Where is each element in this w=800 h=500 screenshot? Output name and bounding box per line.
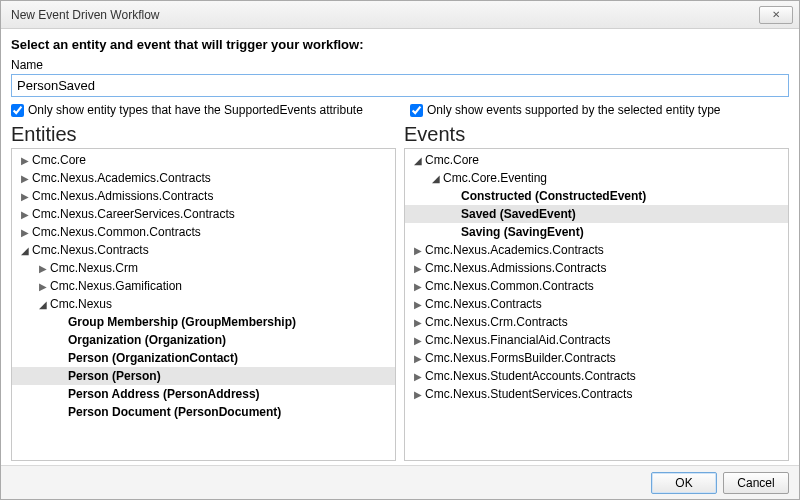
collapse-icon[interactable]: ◢ [429,173,443,184]
dialog-window: New Event Driven Workflow ✕ Select an en… [0,0,800,500]
collapse-icon[interactable]: ◢ [18,245,32,256]
ok-button[interactable]: OK [651,472,717,494]
event-filter-checkbox[interactable] [410,104,423,117]
event-tree-item[interactable]: Constructed (ConstructedEvent) [405,187,788,205]
entity-tree-item[interactable]: ▶Cmc.Nexus.Academics.Contracts [12,169,395,187]
event-tree-item[interactable]: Saving (SavingEvent) [405,223,788,241]
expand-icon[interactable]: ▶ [411,389,425,400]
collapse-icon[interactable]: ◢ [411,155,425,166]
entity-tree-label: Cmc.Nexus.Contracts [32,243,149,257]
entity-tree-item[interactable]: ▶Cmc.Core [12,151,395,169]
entity-tree-item[interactable]: Group Membership (GroupMembership) [12,313,395,331]
titlebar: New Event Driven Workflow ✕ [1,1,799,29]
entity-tree-label: Cmc.Nexus.Common.Contracts [32,225,201,239]
entity-tree-label: Group Membership (GroupMembership) [68,315,296,329]
entity-tree-label: Cmc.Core [32,153,86,167]
entity-tree-label: Person Address (PersonAddress) [68,387,260,401]
event-tree-item[interactable]: ▶Cmc.Nexus.Common.Contracts [405,277,788,295]
event-tree-item[interactable]: ▶Cmc.Nexus.Crm.Contracts [405,313,788,331]
columns: Entities ▶Cmc.Core▶Cmc.Nexus.Academics.C… [11,121,789,461]
events-heading: Events [404,123,789,146]
entity-tree-label: Cmc.Nexus.Admissions.Contracts [32,189,213,203]
entity-filter-checkbox[interactable] [11,104,24,117]
entity-filter-label: Only show entity types that have the Sup… [28,103,363,117]
event-tree-label: Constructed (ConstructedEvent) [461,189,646,203]
event-tree-label: Cmc.Nexus.Contracts [425,297,542,311]
events-tree[interactable]: ◢Cmc.Core◢Cmc.Core.EventingConstructed (… [405,149,788,460]
entity-tree-item[interactable]: ▶Cmc.Nexus.Common.Contracts [12,223,395,241]
entities-heading: Entities [11,123,396,146]
entity-tree-item[interactable]: ◢Cmc.Nexus.Contracts [12,241,395,259]
entity-tree-item[interactable]: Organization (Organization) [12,331,395,349]
entity-tree-label: Cmc.Nexus.Academics.Contracts [32,171,211,185]
event-tree-label: Cmc.Nexus.Common.Contracts [425,279,594,293]
entity-filter-check[interactable]: Only show entity types that have the Sup… [11,103,390,117]
entity-tree-label: Cmc.Nexus.Crm [50,261,138,275]
entity-tree-item[interactable]: ▶Cmc.Nexus.CareerServices.Contracts [12,205,395,223]
entities-tree-wrap: ▶Cmc.Core▶Cmc.Nexus.Academics.Contracts▶… [11,148,396,461]
expand-icon[interactable]: ▶ [36,281,50,292]
expand-icon[interactable]: ▶ [411,317,425,328]
entity-tree-item[interactable]: ◢Cmc.Nexus [12,295,395,313]
footer: OK Cancel [1,465,799,499]
events-col: Events ◢Cmc.Core◢Cmc.Core.EventingConstr… [404,121,789,461]
event-filter-check[interactable]: Only show events supported by the select… [410,103,789,117]
event-tree-label: Cmc.Nexus.Crm.Contracts [425,315,568,329]
event-tree-label: Cmc.Nexus.StudentAccounts.Contracts [425,369,636,383]
entity-tree-item[interactable]: ▶Cmc.Nexus.Admissions.Contracts [12,187,395,205]
entity-tree-item[interactable]: Person (Person) [12,367,395,385]
event-tree-label: Cmc.Core.Eventing [443,171,547,185]
event-tree-item[interactable]: ▶Cmc.Nexus.FormsBuilder.Contracts [405,349,788,367]
entity-tree-label: Person Document (PersonDocument) [68,405,281,419]
expand-icon[interactable]: ▶ [18,173,32,184]
expand-icon[interactable]: ▶ [411,281,425,292]
entity-tree-label: Cmc.Nexus.Gamification [50,279,182,293]
event-tree-item[interactable]: ▶Cmc.Nexus.StudentServices.Contracts [405,385,788,403]
entities-col: Entities ▶Cmc.Core▶Cmc.Nexus.Academics.C… [11,121,396,461]
entities-tree[interactable]: ▶Cmc.Core▶Cmc.Nexus.Academics.Contracts▶… [12,149,395,460]
entity-tree-label: Cmc.Nexus [50,297,112,311]
event-tree-item[interactable]: ▶Cmc.Nexus.Contracts [405,295,788,313]
event-tree-item[interactable]: ▶Cmc.Nexus.FinancialAid.Contracts [405,331,788,349]
entity-tree-item[interactable]: Person Document (PersonDocument) [12,403,395,421]
event-tree-item[interactable]: ▶Cmc.Nexus.Admissions.Contracts [405,259,788,277]
expand-icon[interactable]: ▶ [411,299,425,310]
close-button[interactable]: ✕ [759,6,793,24]
expand-icon[interactable]: ▶ [411,263,425,274]
expand-icon[interactable]: ▶ [411,335,425,346]
cancel-button[interactable]: Cancel [723,472,789,494]
event-filter-label: Only show events supported by the select… [427,103,721,117]
event-tree-label: Cmc.Nexus.FinancialAid.Contracts [425,333,610,347]
instruction-text: Select an entity and event that will tri… [11,37,789,52]
expand-icon[interactable]: ▶ [18,209,32,220]
event-tree-label: Cmc.Nexus.Academics.Contracts [425,243,604,257]
entity-tree-item[interactable]: ▶Cmc.Nexus.Crm [12,259,395,277]
entity-tree-label: Person (Person) [68,369,161,383]
event-tree-label: Cmc.Nexus.StudentServices.Contracts [425,387,632,401]
event-tree-label: Cmc.Nexus.Admissions.Contracts [425,261,606,275]
entity-tree-label: Person (OrganizationContact) [68,351,238,365]
event-tree-item[interactable]: ◢Cmc.Core [405,151,788,169]
name-input[interactable] [11,74,789,97]
expand-icon[interactable]: ▶ [411,353,425,364]
entity-tree-item[interactable]: ▶Cmc.Nexus.Gamification [12,277,395,295]
expand-icon[interactable]: ▶ [36,263,50,274]
entity-tree-label: Organization (Organization) [68,333,226,347]
expand-icon[interactable]: ▶ [411,371,425,382]
expand-icon[interactable]: ▶ [411,245,425,256]
filter-row: Only show entity types that have the Sup… [11,103,789,117]
entity-tree-label: Cmc.Nexus.CareerServices.Contracts [32,207,235,221]
entity-tree-item[interactable]: Person (OrganizationContact) [12,349,395,367]
event-tree-item[interactable]: ◢Cmc.Core.Eventing [405,169,788,187]
event-tree-item[interactable]: ▶Cmc.Nexus.Academics.Contracts [405,241,788,259]
event-tree-item[interactable]: Saved (SavedEvent) [405,205,788,223]
expand-icon[interactable]: ▶ [18,227,32,238]
collapse-icon[interactable]: ◢ [36,299,50,310]
expand-icon[interactable]: ▶ [18,155,32,166]
event-tree-item[interactable]: ▶Cmc.Nexus.StudentAccounts.Contracts [405,367,788,385]
entity-tree-item[interactable]: Person Address (PersonAddress) [12,385,395,403]
event-tree-label: Saving (SavingEvent) [461,225,584,239]
window-title: New Event Driven Workflow [11,8,759,22]
expand-icon[interactable]: ▶ [18,191,32,202]
events-tree-wrap: ◢Cmc.Core◢Cmc.Core.EventingConstructed (… [404,148,789,461]
